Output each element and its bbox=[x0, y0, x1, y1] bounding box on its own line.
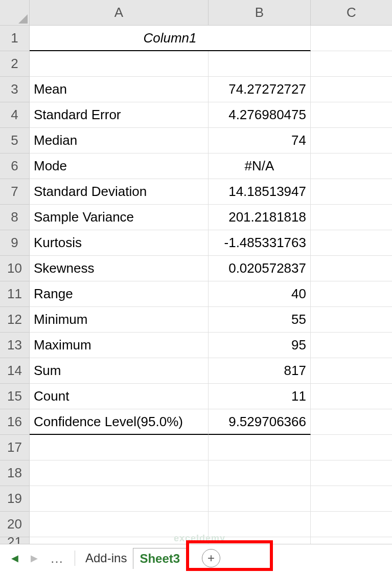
stat-label[interactable]: Confidence Level(95.0%) bbox=[30, 409, 209, 435]
stat-value[interactable]: 95 bbox=[209, 333, 311, 358]
prev-sheet-icon[interactable]: ◀ bbox=[8, 553, 21, 564]
stat-value[interactable]: #N/A bbox=[209, 153, 311, 179]
stat-value[interactable]: 40 bbox=[209, 281, 311, 307]
new-sheet-button[interactable]: + bbox=[202, 549, 220, 567]
empty-cell[interactable] bbox=[311, 512, 392, 537]
empty-cell[interactable] bbox=[311, 486, 392, 512]
stat-value[interactable]: 4.276980475 bbox=[209, 102, 311, 128]
empty-cell[interactable] bbox=[311, 179, 392, 205]
row-header[interactable]: 10 bbox=[0, 256, 30, 281]
empty-cell[interactable] bbox=[311, 77, 392, 102]
stat-label[interactable]: Mode bbox=[30, 153, 209, 179]
title-cell[interactable]: Column1 bbox=[30, 26, 311, 51]
row-header[interactable]: 17 bbox=[0, 435, 30, 460]
stat-value[interactable]: 0.020572837 bbox=[209, 256, 311, 281]
empty-cell[interactable] bbox=[209, 486, 311, 512]
stat-value[interactable]: 11 bbox=[209, 384, 311, 409]
stat-label[interactable]: Skewness bbox=[30, 256, 209, 281]
stat-label[interactable]: Maximum bbox=[30, 333, 209, 358]
row-header[interactable]: 20 bbox=[0, 512, 30, 537]
row-header[interactable]: 19 bbox=[0, 486, 30, 512]
empty-cell[interactable] bbox=[30, 512, 209, 537]
empty-cell[interactable] bbox=[311, 153, 392, 179]
divider bbox=[75, 551, 75, 566]
stat-value[interactable]: 14.18513947 bbox=[209, 179, 311, 205]
column-header-a[interactable]: A bbox=[30, 0, 209, 26]
next-sheet-icon[interactable]: ▶ bbox=[28, 553, 41, 564]
stat-value[interactable]: 201.2181818 bbox=[209, 205, 311, 230]
row-header[interactable]: 18 bbox=[0, 460, 30, 486]
row-header[interactable]: 7 bbox=[0, 179, 30, 205]
tab-add-ins[interactable]: Add-ins bbox=[79, 548, 133, 568]
empty-cell[interactable] bbox=[311, 256, 392, 281]
row-header[interactable]: 16 bbox=[0, 409, 30, 435]
empty-cell[interactable] bbox=[209, 512, 311, 537]
empty-cell[interactable] bbox=[311, 358, 392, 384]
row-header[interactable]: 8 bbox=[0, 205, 30, 230]
row-header[interactable]: 12 bbox=[0, 307, 30, 333]
spreadsheet-grid: A B C 1 Column1 2 3 Mean 74.27272727 4 S… bbox=[0, 0, 392, 563]
row-header[interactable]: 6 bbox=[0, 153, 30, 179]
stat-value[interactable]: 9.529706366 bbox=[209, 409, 311, 435]
stat-value[interactable]: -1.485331763 bbox=[209, 230, 311, 256]
stat-label[interactable]: Mean bbox=[30, 77, 209, 102]
stat-label[interactable]: Standard Deviation bbox=[30, 179, 209, 205]
empty-cell[interactable] bbox=[311, 307, 392, 333]
stat-label[interactable]: Sum bbox=[30, 358, 209, 384]
empty-cell[interactable] bbox=[311, 333, 392, 358]
stat-label[interactable]: Sample Variance bbox=[30, 205, 209, 230]
stat-label[interactable]: Minimum bbox=[30, 307, 209, 333]
stat-label[interactable]: Range bbox=[30, 281, 209, 307]
empty-cell[interactable] bbox=[209, 51, 311, 77]
empty-cell[interactable] bbox=[311, 128, 392, 153]
plus-icon: + bbox=[207, 552, 215, 564]
empty-cell[interactable] bbox=[311, 205, 392, 230]
stat-value[interactable]: 55 bbox=[209, 307, 311, 333]
empty-cell[interactable] bbox=[311, 51, 392, 77]
empty-cell[interactable] bbox=[311, 230, 392, 256]
row-header[interactable]: 5 bbox=[0, 128, 30, 153]
row-header[interactable]: 3 bbox=[0, 77, 30, 102]
empty-cell[interactable] bbox=[311, 435, 392, 460]
empty-cell[interactable] bbox=[209, 435, 311, 460]
stat-label[interactable]: Count bbox=[30, 384, 209, 409]
stat-value[interactable]: 74.27272727 bbox=[209, 77, 311, 102]
empty-cell[interactable] bbox=[311, 26, 392, 51]
empty-cell[interactable] bbox=[311, 281, 392, 307]
row-header[interactable]: 9 bbox=[0, 230, 30, 256]
row-header[interactable]: 11 bbox=[0, 281, 30, 307]
stat-value[interactable]: 817 bbox=[209, 358, 311, 384]
column-header-b[interactable]: B bbox=[209, 0, 311, 26]
stat-label[interactable]: Standard Error bbox=[30, 102, 209, 128]
row-header[interactable]: 13 bbox=[0, 333, 30, 358]
empty-cell[interactable] bbox=[311, 102, 392, 128]
row-header[interactable]: 1 bbox=[0, 26, 30, 51]
empty-cell[interactable] bbox=[311, 460, 392, 486]
row-header[interactable]: 15 bbox=[0, 384, 30, 409]
empty-cell[interactable] bbox=[30, 435, 209, 460]
column-header-c[interactable]: C bbox=[311, 0, 392, 26]
empty-cell[interactable] bbox=[30, 486, 209, 512]
stat-label[interactable]: Kurtosis bbox=[30, 230, 209, 256]
empty-cell[interactable] bbox=[209, 460, 311, 486]
empty-cell[interactable] bbox=[311, 384, 392, 409]
stat-value[interactable]: 74 bbox=[209, 128, 311, 153]
row-header[interactable]: 4 bbox=[0, 102, 30, 128]
sheets-overflow-icon[interactable]: … bbox=[50, 551, 64, 566]
empty-cell[interactable] bbox=[30, 460, 209, 486]
empty-cell[interactable] bbox=[30, 51, 209, 77]
row-header[interactable]: 14 bbox=[0, 358, 30, 384]
empty-cell[interactable] bbox=[311, 409, 392, 435]
tab-sheet3[interactable]: Sheet3 bbox=[133, 548, 187, 569]
stat-label[interactable]: Median bbox=[30, 128, 209, 153]
row-header[interactable]: 2 bbox=[0, 51, 30, 77]
select-all-corner[interactable] bbox=[0, 0, 30, 26]
sheet-tab-bar: ◀ ▶ … Add-ins Sheet3 + bbox=[0, 544, 392, 572]
